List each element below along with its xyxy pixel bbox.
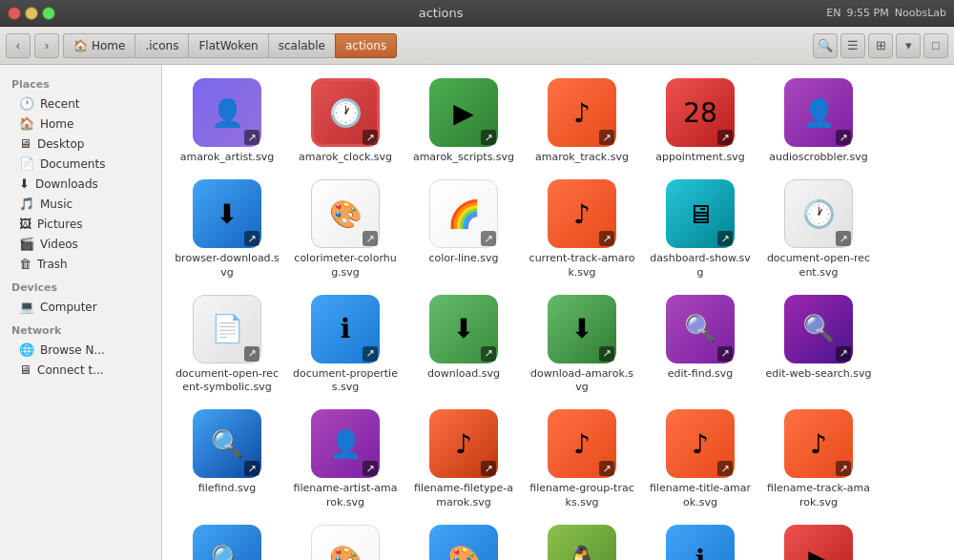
search-button[interactable]: 🔍 (813, 33, 838, 58)
sidebar-item-music[interactable]: 🎵 Music (4, 194, 157, 214)
file-item[interactable]: ⬇download.svg (406, 289, 521, 401)
file-item[interactable]: 🕐document-open-recent.svg (761, 174, 876, 285)
file-item[interactable]: ⬇download-amarok.svg (525, 289, 639, 401)
sidebar-item-videos[interactable]: 🎬 Videos (4, 234, 157, 254)
window-controls[interactable] (8, 7, 55, 20)
file-item[interactable]: 🔍file-search.svg (170, 519, 284, 560)
file-item[interactable]: 📄document-open-recent-symbolic.svg (170, 289, 284, 401)
file-label: edit-web-search.svg (765, 367, 871, 381)
file-item[interactable]: ♪filename-group-tracks.svg (525, 404, 639, 515)
file-item[interactable]: ▶amarok_scripts.svg (406, 73, 521, 170)
file-grid: 👤amarok_artist.svg🕐amarok_clock.svg▶amar… (170, 73, 946, 560)
file-item[interactable]: ▶gnome-run.svg (761, 519, 876, 560)
file-label: amarok_track.svg (535, 151, 629, 164)
file-item[interactable]: ♪filename-track-amarok.svg (761, 404, 876, 515)
file-item[interactable]: 🔍edit-web-search.svg (761, 289, 876, 401)
file-item[interactable]: ♪amarok_track.svg (525, 73, 639, 170)
content-area: Places 🕐 Recent 🏠 Home 🖥 Desktop 📄 Docum… (0, 65, 954, 560)
toolbar-right: 🔍 ☰ ⊞ ▾ □ (813, 33, 948, 58)
file-item[interactable]: 🐧gnome-about-logo.svg (525, 519, 639, 560)
list-view-button[interactable]: ☰ (840, 33, 865, 58)
file-label: filename-title-amarok.svg (647, 482, 754, 509)
close-button[interactable] (8, 7, 21, 20)
file-item[interactable]: ℹdocument-properties.svg (288, 289, 403, 401)
file-icon-wrap: 👤 (311, 409, 380, 478)
keyboard-indicator: EN (826, 7, 840, 19)
file-item[interactable]: 🕐amarok_clock.svg (288, 73, 403, 170)
sidebar-item-documents[interactable]: 📄 Documents (4, 154, 157, 174)
file-item[interactable]: ℹgnome-info.svg (643, 519, 757, 560)
file-icon-wrap: ♪ (666, 409, 735, 478)
sidebar-item-label-pictures: Pictures (37, 218, 83, 231)
sidebar-item-browse-network[interactable]: 🌐 Browse N... (4, 340, 157, 360)
breadcrumb-icons[interactable]: .icons (135, 33, 188, 58)
file-icon-wrap: ♪ (548, 179, 616, 248)
file-item[interactable]: 🖥dashboard-show.svg (643, 174, 757, 285)
sidebar-item-home[interactable]: 🏠 Home (4, 114, 157, 134)
file-label: colorimeter-colorhug.svg (292, 252, 399, 280)
file-icon: ⬇ (548, 295, 616, 363)
file-item[interactable]: ⬇browser-download.svg (170, 174, 284, 285)
file-item[interactable]: 🎨format-fill-color.svg (406, 519, 521, 560)
sidebar-item-recent[interactable]: 🕐 Recent (4, 93, 157, 114)
file-item[interactable]: 🌈color-line.svg (406, 174, 521, 285)
file-label: appointment.svg (655, 151, 744, 164)
sidebar-item-desktop[interactable]: 🖥 Desktop (4, 134, 157, 154)
file-icon: 🔍 (193, 525, 261, 560)
sidebar-item-pictures[interactable]: 🖼 Pictures (4, 214, 157, 234)
file-label: filename-filetype-amarok.svg (410, 482, 517, 509)
file-icon-wrap: 🔍 (666, 295, 735, 363)
file-icon: 🔍 (784, 295, 853, 363)
sidebar-item-computer[interactable]: 💻 Computer (4, 297, 157, 317)
file-item[interactable]: 28appointment.svg (643, 73, 757, 170)
videos-icon: 🎬 (19, 237, 34, 251)
devices-header: Devices (0, 274, 161, 297)
breadcrumb-home[interactable]: 🏠Home (63, 33, 135, 58)
file-item[interactable]: 👤audioscrobbler.svg (761, 73, 876, 170)
file-item[interactable]: ♪filename-title-amarok.svg (643, 404, 757, 515)
clock: 9:55 PM (846, 7, 888, 19)
file-item[interactable]: ♪current-track-amarok.svg (525, 174, 639, 285)
file-item[interactable]: 👤amarok_artist.svg (170, 73, 284, 170)
file-icon: 🖥 (666, 179, 735, 248)
minimize-button[interactable] (25, 7, 38, 20)
app-window: ‹ › 🏠Home .icons FlatWoken scalable acti… (0, 27, 954, 560)
home-icon: 🏠 (73, 39, 88, 52)
recent-icon: 🕐 (19, 96, 34, 111)
file-item[interactable]: 🔍edit-find.svg (643, 289, 757, 401)
file-item[interactable]: 👤filename-artist-amarok.svg (288, 404, 403, 515)
breadcrumb-scalable[interactable]: scalable (268, 33, 335, 58)
grid-view-button[interactable]: ⊞ (868, 33, 893, 58)
music-icon: 🎵 (19, 197, 34, 211)
sidebar-item-trash[interactable]: 🗑 Trash (4, 254, 157, 274)
sidebar-item-downloads[interactable]: ⬇ Downloads (4, 174, 157, 194)
sidebar-item-connect[interactable]: 🖥 Connect t... (4, 360, 157, 380)
system-tray: EN 9:55 PM NoobsLab (826, 7, 946, 19)
back-button[interactable]: ‹ (6, 33, 31, 58)
file-icon: ♪ (666, 409, 735, 478)
window-button[interactable]: □ (923, 33, 948, 58)
file-item[interactable]: 🎨fill-color.svg (288, 519, 403, 560)
file-icon: 🐧 (548, 525, 616, 560)
sidebar-item-label-connect: Connect t... (37, 363, 104, 377)
file-icon: ℹ (666, 525, 735, 560)
file-item[interactable]: ♪filename-filetype-amarok.svg (406, 404, 521, 515)
file-icon: 👤 (311, 409, 380, 478)
maximize-button[interactable] (42, 7, 55, 20)
file-label: audioscrobbler.svg (769, 151, 867, 164)
forward-button[interactable]: › (34, 33, 59, 58)
sidebar-item-label-videos: Videos (40, 238, 78, 251)
file-icon: 📄 (193, 295, 261, 363)
file-icon: 👤 (193, 78, 261, 147)
file-label: filename-artist-amarok.svg (292, 482, 399, 509)
breadcrumb-flatwoken[interactable]: FlatWoken (188, 33, 267, 58)
view-dropdown-button[interactable]: ▾ (896, 33, 921, 58)
file-item[interactable]: 🎨colorimeter-colorhug.svg (288, 174, 403, 285)
pictures-icon: 🖼 (19, 217, 31, 231)
file-item[interactable]: 🔍filefind.svg (170, 404, 284, 515)
file-label: document-properties.svg (292, 367, 399, 395)
home-sidebar-icon: 🏠 (19, 116, 34, 131)
file-label: color-line.svg (429, 252, 499, 265)
breadcrumb-actions[interactable]: actions (335, 33, 397, 58)
sidebar-item-label-documents: Documents (40, 157, 105, 171)
